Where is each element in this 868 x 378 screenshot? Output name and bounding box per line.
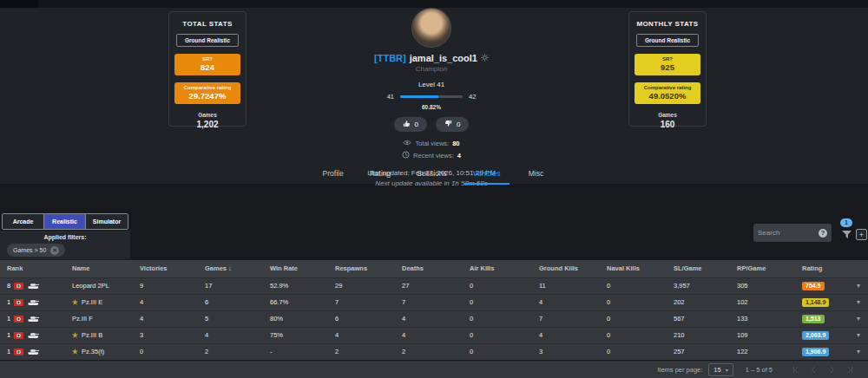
- tab-rating[interactable]: Rating: [357, 161, 404, 185]
- total-stats-mode-button[interactable]: Ground Realistic: [176, 34, 239, 47]
- tank-icon: [27, 316, 40, 323]
- vehicle-name-cell: Pz.III B: [65, 327, 133, 343]
- column-header-expand: [849, 260, 868, 277]
- column-header-ground-kills[interactable]: Ground Kills: [532, 260, 600, 277]
- settings-gear-icon[interactable]: [481, 53, 489, 63]
- monthly-stats-mode-button[interactable]: Ground Realistic: [636, 34, 699, 47]
- premium-icon: [72, 349, 78, 355]
- filter-chips: Games > 50×: [0, 240, 130, 257]
- row-expand-chevron-icon: ▾: [857, 298, 860, 306]
- tank-icon: [27, 299, 40, 306]
- mode-button-arcade[interactable]: Arcade: [3, 214, 44, 229]
- first-page-button[interactable]: [792, 366, 799, 374]
- tank-icon: [27, 349, 40, 355]
- next-page-button[interactable]: [828, 366, 836, 374]
- respawns-cell: 29: [328, 277, 395, 294]
- rating-cell: 754.5: [795, 277, 849, 294]
- rating-badge: 1,906.9: [802, 348, 829, 356]
- air-kills-cell: 0: [463, 327, 532, 343]
- row-expand-button[interactable]: ▾: [849, 327, 868, 343]
- games-cell: 2: [198, 343, 263, 360]
- win-rate-cell: 66.7%: [263, 294, 328, 310]
- player-title: Champion: [327, 65, 536, 73]
- column-header-respawns[interactable]: Respawns: [328, 260, 395, 277]
- ground-kills-cell: 4: [532, 327, 600, 343]
- sl-game-cell: 3,957: [667, 277, 730, 294]
- search-input[interactable]: [758, 229, 819, 237]
- column-header-rating[interactable]: Rating: [795, 260, 849, 277]
- tab-sessions[interactable]: Sessions: [404, 161, 460, 185]
- rating-cell: 2,063.9: [795, 327, 849, 343]
- column-header-games[interactable]: Games ↓: [198, 260, 263, 277]
- column-header-rp-game[interactable]: RP/Game: [730, 260, 795, 277]
- dislike-button[interactable]: 0: [436, 117, 469, 132]
- rating-cell: 1,148.9: [795, 294, 849, 310]
- tab-vehicles[interactable]: Vehicles: [460, 161, 514, 185]
- table-row[interactable]: 8Leopard 2PL91752.9%292701103,957305754.…: [0, 277, 868, 294]
- column-header-name[interactable]: Name: [65, 260, 133, 277]
- chip-close-icon[interactable]: ×: [50, 246, 59, 255]
- row-expand-button[interactable]: ▾: [849, 310, 868, 327]
- tank-icon: [27, 332, 40, 339]
- row-expand-button[interactable]: ▾: [849, 294, 868, 310]
- monthly-sr-box: SR? 925: [635, 54, 700, 75]
- respawns-cell: 2: [328, 343, 395, 360]
- vehicle-name-cell: Leopard 2PL: [65, 277, 133, 294]
- germany-flag-icon: [14, 349, 23, 355]
- deaths-cell: 2: [395, 343, 463, 360]
- applied-filters-title: Applied filters:: [0, 234, 130, 240]
- sort-desc-arrow-icon: ↓: [227, 264, 232, 272]
- tank-icon: [27, 283, 40, 290]
- filter-button[interactable]: [839, 229, 853, 240]
- table-row[interactable]: 1Pz.III E4666.7%770402021021,148.9▾: [0, 294, 868, 310]
- table-row[interactable]: 1Pz.III B3475%440402101092,063.9▾: [0, 327, 868, 343]
- monthly-comparative-rating-value: 49.0520%: [635, 91, 700, 101]
- like-button[interactable]: 0: [394, 117, 427, 132]
- clan-tag[interactable]: [TTBR]: [374, 53, 406, 63]
- column-header-deaths[interactable]: Deaths: [395, 260, 463, 277]
- tab-profile[interactable]: Profile: [310, 161, 357, 185]
- victories-cell: 4: [133, 310, 198, 327]
- mode-button-simulator[interactable]: Simulator: [86, 214, 128, 229]
- column-header-air-kills[interactable]: Air Kills: [463, 260, 532, 277]
- tabs: ProfileRatingSessionsVehiclesMisc: [0, 161, 868, 185]
- premium-icon: [72, 299, 78, 305]
- funnel-icon: [841, 229, 852, 242]
- filter-chip-label: Games > 50: [13, 247, 46, 253]
- game-mode-toggle: ArcadeRealisticSimulator: [2, 213, 128, 230]
- premium-icon: [72, 332, 78, 338]
- filter-chip[interactable]: Games > 50×: [7, 244, 65, 257]
- add-button[interactable]: +: [856, 229, 867, 240]
- previous-page-button[interactable]: [810, 366, 818, 374]
- row-expand-button[interactable]: ▾: [849, 277, 868, 294]
- row-expand-button[interactable]: ▾: [849, 343, 868, 360]
- rp-game-cell: 122: [730, 343, 795, 360]
- win-rate-cell: -: [263, 343, 328, 360]
- search-help-icon[interactable]: ?: [819, 229, 827, 238]
- germany-flag-icon: [14, 332, 23, 339]
- ground-kills-cell: 11: [532, 277, 600, 294]
- thumb-up-icon: [403, 120, 411, 129]
- naval-kills-cell: 0: [600, 343, 667, 360]
- win-rate-cell: 80%: [263, 310, 328, 327]
- items-per-page-select[interactable]: 15 ▾: [708, 363, 733, 376]
- column-header-sl-game[interactable]: SL/Game: [667, 260, 730, 277]
- naval-kills-cell: 0: [600, 327, 667, 343]
- mode-button-realistic[interactable]: Realistic: [44, 214, 86, 229]
- last-page-button[interactable]: [846, 366, 854, 374]
- eye-icon: [403, 140, 411, 147]
- total-sr-label: SR?: [174, 56, 240, 62]
- table-row[interactable]: 1Pz.35(t)02-220302571221,906.9▾: [0, 343, 868, 360]
- top-strip: [0, 0, 868, 8]
- column-header-rank[interactable]: Rank: [0, 260, 65, 277]
- monthly-sr-label: SR?: [635, 56, 700, 62]
- table-row[interactable]: 1Pz.III F4580%640705671331,513▾: [0, 310, 868, 327]
- column-header-naval-kills[interactable]: Naval Kills: [600, 260, 667, 277]
- dislike-count: 0: [457, 121, 460, 128]
- column-header-win-rate[interactable]: Win Rate: [263, 260, 328, 277]
- total-comparative-rating-label: Comparative rating: [174, 85, 240, 90]
- vehicle-rank-cell: 1: [0, 343, 65, 360]
- column-header-victories[interactable]: Victories: [133, 260, 198, 277]
- tab-misc[interactable]: Misc: [513, 161, 558, 185]
- rating-badge: 1,513: [802, 315, 825, 323]
